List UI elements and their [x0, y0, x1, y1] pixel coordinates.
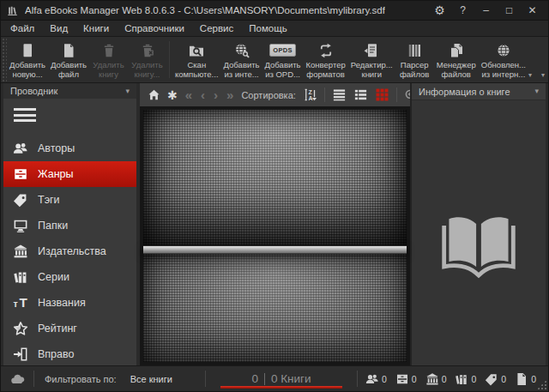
statusbar-separator [357, 371, 358, 387]
filter-value[interactable]: Все книги [130, 374, 172, 384]
update-from-internet-button[interactable]: Обновлен...из интерн... [479, 37, 528, 82]
sidebar-item-tags[interactable]: Тэги [3, 187, 136, 213]
book-count-block: 0 0 Книги [214, 366, 349, 391]
settings-icon[interactable]: ⚙ [430, 2, 449, 19]
stat-series: 0 [455, 372, 476, 386]
sidebar-item-folders[interactable]: Папки [3, 213, 136, 238]
statusbar-separator [33, 371, 34, 387]
favorites-icon[interactable]: ✱ [167, 88, 178, 102]
publishers-icon [13, 244, 28, 259]
book-view: ✱ « ‹ › » Сортировка: ZA [140, 83, 410, 365]
delete-book-file-icon [139, 41, 156, 59]
menu-books[interactable]: Книги [75, 21, 117, 36]
sidebar-item-titles[interactable]: Названия [3, 290, 136, 316]
sort-order-icon[interactable]: ZA [303, 87, 317, 102]
move-right-icon [13, 347, 28, 362]
explorer-header[interactable]: Проводник ▾ [3, 83, 136, 99]
filter-label: Фильтровать по: [45, 374, 117, 384]
add-file-button[interactable]: Добавитьфайл [48, 37, 89, 82]
nav-first-icon[interactable]: « [184, 88, 193, 101]
main-area: Проводник ▾ Авторы Жанры Тэги [1, 83, 548, 365]
tags-icon [485, 372, 498, 386]
scan-computer-button[interactable]: Сканкомпьюте... [172, 37, 221, 82]
open-book-placeholder-icon [437, 208, 520, 279]
toolbar-overflow-icon-2[interactable]: ▾ [541, 71, 545, 79]
titles-icon [13, 295, 28, 311]
title-bar: Alfa eBooks Manager Web 8.0.6.3 - C:\Use… [1, 1, 548, 20]
close-button[interactable]: ✕ [522, 2, 542, 19]
delete-book-file-button[interactable]: Удалитькнигу... [128, 37, 166, 82]
menu-service[interactable]: Сервис [192, 21, 241, 36]
toolbar-separator [169, 41, 170, 78]
hamburger-menu-icon[interactable] [3, 99, 136, 130]
toolbar-overflow-icon[interactable]: ▾ [528, 71, 532, 79]
series-icon [13, 269, 28, 285]
carousel-shelf [143, 245, 407, 254]
add-from-internet-button[interactable]: Добавитьиз инте... [221, 37, 262, 82]
add-from-opds-button[interactable]: OPDS Добавитьиз OPD... [262, 37, 304, 82]
file-parser-button[interactable]: Парсерфайлов [395, 37, 434, 82]
grid-view-icon[interactable] [375, 87, 389, 102]
book-info-header[interactable]: Информация о книге ▾ [412, 83, 546, 100]
sidebar-item-move-right[interactable]: Вправо [3, 341, 136, 366]
list-view-icon[interactable] [332, 87, 347, 102]
sidebar-item-rating[interactable]: Рейтинг [3, 316, 136, 341]
menu-help[interactable]: Помощь [241, 21, 294, 36]
update-from-internet-icon [495, 41, 512, 59]
series-icon [455, 372, 468, 386]
minimize-button[interactable]: – [476, 2, 496, 19]
toolbar-separator [324, 87, 325, 102]
detail-view-icon[interactable] [353, 87, 368, 102]
statusbar-separator [205, 371, 206, 387]
window-title: Alfa eBooks Manager Web 8.0.6.3 - C:\Use… [25, 5, 385, 15]
folders-icon [13, 218, 28, 233]
total-books-label: 0 Книги [271, 372, 311, 385]
sidebar-item-series[interactable]: Серии [3, 264, 136, 290]
stat-tags: 0 [485, 372, 506, 386]
menu-references[interactable]: Справочники [117, 21, 192, 36]
svg-text:A: A [308, 95, 312, 102]
resize-grip[interactable] [537, 380, 546, 389]
progress-bar [220, 386, 342, 389]
add-new-book-button[interactable]: Добавитьновую... [7, 37, 48, 82]
publishers-icon [425, 372, 439, 386]
edit-book-button[interactable]: Редактир...книги [348, 37, 395, 82]
tags-icon [13, 192, 28, 208]
nav-back-icon[interactable]: ‹ [200, 88, 206, 101]
book-carousel [140, 106, 410, 365]
sidebar-item-publishers[interactable]: Издательства [3, 238, 136, 264]
carousel-front-panel [143, 254, 407, 362]
format-converter-button[interactable]: Конвертерформатов [304, 37, 348, 82]
maximize-button[interactable]: □ [499, 2, 519, 19]
main-toolbar: Добавитьновую... Добавитьфайл Удалитькни… [1, 36, 548, 83]
menu-file[interactable]: Файл [3, 21, 42, 36]
authors-icon [365, 372, 379, 386]
menu-view[interactable]: Вид [42, 21, 75, 36]
app-logo-icon [7, 4, 19, 16]
library-stats: 0 0 0 0 0 0 [365, 372, 536, 386]
add-from-internet-icon [233, 41, 250, 59]
sidebar-item-genres[interactable]: Жанры [3, 161, 136, 187]
file-manager-button[interactable]: Менеджерфайлов [434, 37, 479, 82]
sort-label: Сортировка: [241, 90, 295, 100]
edit-book-icon [363, 41, 380, 59]
toolbar-separator [396, 87, 397, 102]
add-file-icon [60, 41, 77, 59]
authors-icon [13, 141, 28, 156]
stat-authors: 0 [365, 372, 387, 386]
book-info-panel: Информация о книге ▾ [412, 83, 546, 365]
status-bar: Фильтровать по: Все книги 0 0 Книги 0 0 … [1, 365, 548, 391]
chevron-down-icon: ▾ [534, 87, 539, 95]
carousel-back-wall [143, 110, 407, 245]
home-icon[interactable] [148, 88, 160, 101]
chevron-down-icon: ▾ [125, 87, 130, 95]
files-icon [515, 372, 528, 386]
sidebar-item-authors[interactable]: Авторы [3, 136, 136, 161]
add-new-book-icon [19, 41, 36, 59]
nav-last-icon[interactable]: » [226, 88, 234, 101]
nav-forward-icon[interactable]: › [213, 88, 219, 101]
cloud-sync-icon[interactable] [10, 371, 26, 387]
help-icon[interactable]: ? [453, 2, 473, 19]
delete-book-button[interactable]: Удалитькнигу [89, 37, 128, 82]
genres-icon [13, 166, 28, 182]
